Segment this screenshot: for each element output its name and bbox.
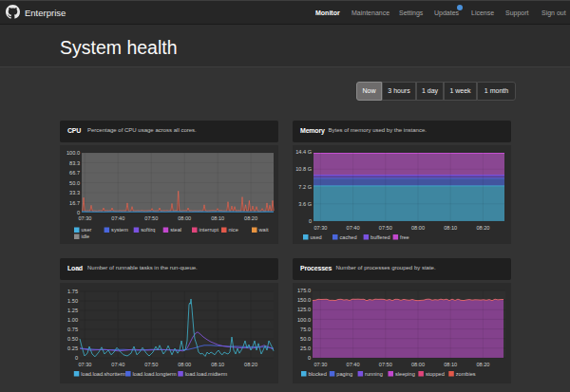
svg-text:1.00: 1.00 (67, 317, 78, 323)
svg-text:stopped: stopped (426, 371, 445, 377)
svg-text:07:40: 07:40 (347, 225, 360, 231)
svg-text:08:00: 08:00 (411, 362, 425, 367)
svg-text:07:50: 07:50 (379, 225, 392, 231)
svg-text:buffered: buffered (370, 234, 390, 240)
svg-text:idle: idle (82, 233, 90, 239)
svg-text:08:00: 08:00 (178, 362, 191, 367)
svg-text:07:40: 07:40 (347, 362, 360, 367)
svg-text:system: system (111, 227, 128, 233)
svg-text:175.0: 175.0 (297, 288, 311, 293)
svg-text:3.6 G: 3.6 G (298, 201, 312, 207)
svg-text:blocked: blocked (309, 371, 327, 377)
svg-text:07:50: 07:50 (144, 362, 158, 367)
svg-text:08:20: 08:20 (244, 362, 257, 367)
svg-text:07:30: 07:30 (314, 225, 327, 231)
svg-text:1.25: 1.25 (67, 308, 78, 313)
svg-text:75.0: 75.0 (300, 327, 311, 332)
svg-text:1.50: 1.50 (67, 298, 78, 304)
svg-text:07:30: 07:30 (78, 215, 91, 221)
svg-text:07:40: 07:40 (111, 215, 124, 221)
svg-text:08:20: 08:20 (476, 225, 489, 231)
svg-text:0.25: 0.25 (67, 345, 78, 351)
svg-text:load.load.longterm: load.load.longterm (133, 371, 177, 377)
svg-text:load.load.shortterm: load.load.shortterm (81, 371, 126, 377)
svg-text:softirq: softirq (141, 227, 155, 233)
svg-text:cached: cached (340, 234, 357, 240)
svg-text:08:20: 08:20 (476, 362, 489, 367)
svg-text:7.2 G: 7.2 G (298, 184, 312, 190)
svg-text:08:10: 08:10 (444, 225, 457, 231)
svg-text:08:10: 08:10 (211, 215, 224, 221)
svg-text:0: 0 (75, 355, 78, 361)
svg-text:interrupt: interrupt (200, 227, 219, 233)
svg-text:50.0: 50.0 (300, 336, 311, 342)
svg-text:07:50: 07:50 (144, 215, 158, 221)
svg-text:0.50: 0.50 (67, 336, 78, 342)
svg-text:wait: wait (258, 227, 269, 233)
svg-text:07:40: 07:40 (111, 362, 124, 367)
svg-text:08:00: 08:00 (178, 215, 191, 221)
svg-text:07:50: 07:50 (379, 362, 392, 367)
svg-text:running: running (365, 371, 383, 377)
svg-text:125.0: 125.0 (297, 307, 311, 312)
svg-text:100.0: 100.0 (297, 317, 311, 323)
svg-text:16.7: 16.7 (69, 200, 80, 206)
svg-text:66.7: 66.7 (69, 170, 80, 176)
svg-text:150.0: 150.0 (297, 297, 311, 303)
svg-text:load.load.midterm: load.load.midterm (185, 371, 228, 377)
svg-text:33.3: 33.3 (69, 190, 80, 196)
svg-text:25.0: 25.0 (300, 345, 311, 351)
svg-text:free: free (400, 234, 409, 240)
svg-text:50.0: 50.0 (69, 180, 80, 186)
svg-text:07:30: 07:30 (78, 362, 91, 367)
svg-text:08:00: 08:00 (411, 225, 425, 231)
svg-text:user: user (82, 227, 92, 233)
svg-text:nice: nice (229, 227, 238, 233)
svg-text:08:20: 08:20 (244, 215, 257, 221)
svg-text:zombies: zombies (456, 371, 476, 377)
svg-text:08:10: 08:10 (211, 362, 224, 367)
svg-text:07:30: 07:30 (314, 362, 327, 367)
svg-text:steal: steal (170, 227, 181, 233)
svg-text:paging: paging (336, 371, 352, 377)
svg-text:0: 0 (309, 218, 312, 224)
svg-text:10.8 G: 10.8 G (295, 166, 312, 172)
svg-text:sleeping: sleeping (395, 371, 415, 377)
svg-text:100.0: 100.0 (66, 150, 80, 156)
svg-text:0.75: 0.75 (67, 327, 78, 332)
svg-text:1.75: 1.75 (67, 289, 78, 294)
svg-text:83.3: 83.3 (69, 160, 80, 166)
svg-text:14.4 G: 14.4 G (295, 149, 312, 155)
svg-text:08:10: 08:10 (444, 362, 457, 367)
svg-text:0: 0 (308, 355, 311, 361)
svg-text:used: used (311, 234, 322, 240)
